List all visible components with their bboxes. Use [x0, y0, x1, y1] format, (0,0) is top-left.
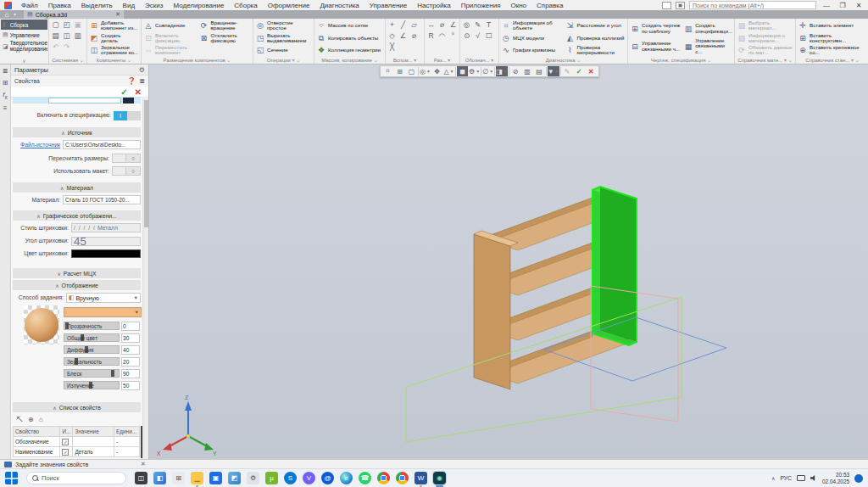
taskbar-search[interactable]: Поиск — [26, 472, 126, 484]
menu-assembly[interactable]: Сборка — [229, 2, 262, 9]
mode-management[interactable]: ▤Управление — [1, 30, 47, 40]
gear-icon[interactable]: ⚙ — [139, 66, 145, 74]
section-button[interactable]: ◱Сечение — [254, 44, 313, 57]
home-icon[interactable]: ⌂ — [0, 10, 14, 19]
calculator-icon[interactable]: ⊞ — [172, 472, 185, 484]
notification-badge[interactable] — [854, 474, 863, 483]
dim-linear-icon[interactable]: ↔ — [426, 20, 437, 31]
word-icon[interactable]: W — [415, 472, 427, 484]
grid-array-button[interactable]: ⁘Массив по сетке — [315, 20, 384, 32]
kompas-app-icon[interactable]: ◉ — [433, 472, 446, 484]
table-row[interactable]: Наименование ✓ Деталь - — [14, 447, 140, 457]
menu-styling[interactable]: Оформление — [263, 2, 315, 9]
slider-thumb[interactable] — [111, 370, 114, 378]
collision-check-button[interactable]: ◭Проверка коллизий — [565, 32, 627, 45]
insert-element-button[interactable]: ✛Вставить элемент — [797, 20, 868, 32]
insert-structural-button[interactable]: ⊞Вставить конструктивн... — [797, 32, 868, 45]
dim-degree-icon[interactable]: ° — [448, 31, 459, 42]
command-search-input[interactable] — [689, 1, 816, 9]
dim-angle-icon[interactable]: ∠ — [448, 20, 459, 31]
prop-settings-icon[interactable]: ⊕ — [28, 416, 34, 423]
help-icon[interactable]: ❓ — [127, 77, 136, 85]
linked-specs-button[interactable]: ▦Управление связанными с... — [682, 37, 733, 55]
note-frame-icon[interactable]: ☐ — [483, 31, 494, 42]
hide-objects-icon[interactable]: ∅▼ — [482, 66, 493, 76]
start-button[interactable] — [5, 472, 18, 484]
edge-icon[interactable]: e — [340, 472, 353, 484]
menu-management[interactable]: Управление — [364, 2, 412, 9]
language-indicator[interactable]: РУС — [780, 475, 792, 481]
chevron-down-icon[interactable]: ▾ — [14, 10, 20, 19]
chrome-icon[interactable] — [377, 472, 390, 484]
cs-placement-icon[interactable]: ⌗ — [382, 66, 393, 76]
widgets-icon[interactable]: ◧ — [153, 472, 166, 484]
recalc-toggle[interactable]: ○ — [112, 154, 141, 163]
simple-hole-button[interactable]: ◎Отверстие простое — [254, 20, 313, 32]
move-component-button[interactable]: ⇔Переместить компонент — [142, 44, 198, 57]
aux-angle-icon[interactable]: ∠ — [398, 31, 409, 42]
source-file-input[interactable] — [63, 140, 141, 149]
display-tray-icon[interactable] — [797, 475, 805, 481]
specular-value[interactable] — [121, 357, 140, 367]
abort-icon[interactable]: ✕ — [586, 66, 597, 76]
section-display[interactable]: ∧Отображение — [13, 280, 141, 290]
enable-fix-button[interactable]: ⊡Включить фиксацию — [142, 32, 198, 45]
clock[interactable]: 20:53 02.04.2025 — [822, 472, 849, 484]
base-color-value[interactable] — [121, 333, 140, 343]
section-material[interactable]: ∧Материал — [13, 182, 141, 193]
base-color-slider[interactable]: Общий цвет — [64, 333, 120, 342]
chrome-profile-icon[interactable] — [396, 472, 409, 484]
menu-view[interactable]: Вид — [118, 2, 140, 9]
material-info-button[interactable]: ▧Информация о материале... — [736, 32, 794, 45]
note-base-icon[interactable]: ⊙ — [461, 31, 472, 42]
open-document-icon[interactable]: ◰ — [61, 20, 72, 31]
pan-icon[interactable]: ✥ — [431, 66, 442, 76]
screen-icon[interactable]: ▣ — [676, 2, 685, 9]
include-spec-toggle[interactable]: I — [114, 111, 141, 120]
copy-objects-button[interactable]: ⧉Копировать объекты — [315, 32, 384, 45]
opacity-value[interactable] — [121, 322, 140, 331]
tree-panel-icon[interactable]: ≣ — [3, 67, 8, 75]
select-material-button[interactable]: ▨Выбрать материал... — [736, 20, 794, 32]
color-dropdown[interactable]: ▼ — [64, 307, 142, 317]
prop-library-icon[interactable]: ⌂ — [39, 416, 43, 423]
redo-icon[interactable]: ↷ — [61, 42, 72, 53]
note-rough-icon[interactable]: √ — [472, 31, 483, 42]
list-icon[interactable]: ≣ — [139, 77, 145, 85]
preview-icon[interactable]: ◫ — [61, 31, 72, 42]
linked-drawings-button[interactable]: ⊟Управление связанными ч... — [629, 37, 682, 55]
note-text-icon[interactable]: T — [483, 20, 494, 31]
menu-select[interactable]: Выделить — [76, 2, 118, 9]
mirror-component-button[interactable]: ◫Зеркальное отражение ко... — [88, 44, 140, 57]
dim-arc-icon[interactable]: ◠ — [437, 31, 448, 42]
use-layout-toggle[interactable]: ○ — [112, 166, 141, 176]
parameters-panel-icon[interactable]: ⊞ — [3, 79, 8, 87]
zoom-icon[interactable]: ◎▼ — [420, 66, 431, 76]
document-tab[interactable]: ▤ Сборка.a3d ✕ — [24, 10, 124, 19]
object-info-button[interactable]: ⌗Информация об объекте — [500, 20, 565, 32]
modes-expand-icon[interactable]: ∨ — [0, 58, 48, 64]
edit-sketch-icon[interactable]: ✎ — [562, 66, 573, 76]
scrollbar-thumb[interactable] — [144, 100, 148, 227]
shaded-display-icon[interactable]: ◼ — [457, 66, 468, 76]
component-tree-icon[interactable]: ⊞ — [394, 66, 405, 76]
photos-icon[interactable]: ◩ — [228, 472, 241, 484]
layout-icon[interactable] — [662, 2, 671, 9]
add-component-button[interactable]: ⊞Добавить компонент из... — [88, 20, 140, 32]
section-view-icon[interactable]: ▥ — [522, 66, 533, 76]
panel-scrollbar[interactable] — [142, 98, 148, 459]
aux-line-icon[interactable]: ╱ — [398, 20, 409, 31]
viewport-3d[interactable]: Z X Y — [149, 64, 868, 459]
status-close-icon[interactable]: ✕ — [141, 461, 146, 467]
update-material-button[interactable]: ⟳Обновить данные по мат... — [736, 44, 794, 57]
menu-settings[interactable]: Настройка — [412, 2, 455, 9]
aux-spline-icon[interactable]: ╳ — [387, 42, 398, 53]
mode-assembly[interactable]: ◧Сборка — [1, 20, 47, 30]
whatsapp-icon[interactable]: ☎ — [359, 472, 371, 484]
disable-fix-button[interactable]: ⊠Отключить фиксацию — [198, 32, 253, 45]
aux-point-icon[interactable]: + — [387, 20, 398, 31]
cancel-button[interactable]: ✕ — [135, 87, 142, 97]
section-mass-props[interactable]: ∨Расчет МЦХ — [13, 268, 141, 278]
checkbox-checked-icon[interactable]: ✓ — [62, 439, 69, 445]
diffuse-slider[interactable]: Диффузия — [64, 345, 120, 354]
